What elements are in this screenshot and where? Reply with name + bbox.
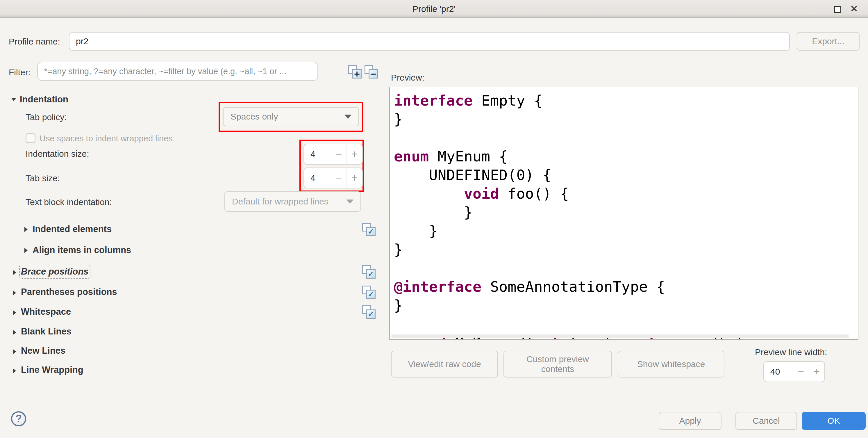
- tree-item-whitespace[interactable]: Whitespace: [21, 306, 71, 317]
- collapse-all-icon[interactable]: −: [365, 65, 378, 79]
- code-line: [394, 315, 858, 333]
- collapsed-arrow-icon[interactable]: [24, 227, 28, 232]
- plus-icon[interactable]: +: [346, 144, 362, 164]
- preview-line-width-label: Preview line width:: [755, 347, 827, 357]
- code-line: }: [394, 296, 858, 315]
- filter-input[interactable]: [37, 62, 318, 81]
- minus-icon[interactable]: −: [331, 168, 346, 188]
- tree-item-indented-elements[interactable]: Indented elements: [33, 224, 112, 234]
- profile-name-input[interactable]: [69, 32, 790, 51]
- profile-dialog: { "window": { "title": "Profile 'pr2'", …: [0, 0, 868, 438]
- collapsed-arrow-icon[interactable]: [13, 349, 16, 354]
- use-spaces-checkbox[interactable]: [26, 133, 35, 143]
- minus-icon[interactable]: −: [331, 144, 346, 164]
- tab-policy-label: Tab policy:: [26, 112, 67, 122]
- expanded-arrow-icon[interactable]: [11, 98, 16, 101]
- collapsed-arrow-icon[interactable]: [24, 248, 28, 253]
- text-block-indentation-label: Text block indentation:: [26, 197, 112, 207]
- chevron-down-icon: [344, 115, 351, 119]
- collapsed-arrow-icon[interactable]: [13, 310, 16, 315]
- text-block-indentation-dropdown[interactable]: Default for wrapped lines: [224, 192, 361, 212]
- modify-all-check-icon[interactable]: ✓: [362, 286, 376, 299]
- modify-all-check-icon[interactable]: ✓: [362, 223, 376, 236]
- tab-size-label: Tab size:: [26, 173, 60, 183]
- tab-policy-dropdown[interactable]: Spaces only: [223, 107, 359, 126]
- indentation-size-stepper[interactable]: 4 − +: [304, 144, 363, 165]
- plus-icon[interactable]: +: [346, 168, 362, 188]
- tree-item-indentation[interactable]: Indentation: [20, 94, 68, 105]
- plus-icon[interactable]: +: [809, 362, 825, 382]
- code-line: }: [394, 240, 858, 259]
- code-line: void foo() {: [394, 184, 858, 203]
- tree-item-new-lines[interactable]: New Lines: [21, 346, 65, 356]
- use-spaces-label: Use spaces to indent wrapped lines: [39, 134, 173, 143]
- code-line: }: [394, 110, 858, 128]
- preview-label: Preview:: [391, 73, 425, 83]
- code-line: enum MyEnum {: [394, 147, 858, 166]
- profile-name-label: Profile name:: [9, 37, 60, 47]
- indentation-size-label: Indentation size:: [26, 149, 89, 159]
- modify-all-check-icon[interactable]: ✓: [362, 305, 376, 319]
- collapsed-arrow-icon[interactable]: [13, 290, 16, 295]
- custom-preview-contents-button[interactable]: Custom preview contents: [503, 351, 612, 378]
- code-line: [394, 128, 858, 147]
- window-title: Profile 'pr2': [0, 4, 868, 14]
- code-line: }: [394, 203, 858, 222]
- tree-item-align-items[interactable]: Align items in columns: [33, 245, 131, 255]
- view-edit-raw-code-button[interactable]: View/edit raw code: [391, 351, 498, 378]
- minus-icon[interactable]: −: [793, 362, 809, 382]
- code-line: }: [394, 222, 858, 240]
- titlebar: Profile 'pr2' ✕: [0, 0, 868, 18]
- modify-all-check-icon[interactable]: ✓: [362, 265, 376, 279]
- expand-all-icon[interactable]: +: [348, 65, 362, 79]
- cancel-button[interactable]: Cancel: [736, 412, 797, 430]
- help-icon[interactable]: ?: [11, 411, 26, 426]
- tab-size-stepper[interactable]: 4 − +: [304, 168, 363, 188]
- collapsed-arrow-icon[interactable]: [13, 270, 16, 275]
- tree-item-blank-lines[interactable]: Blank Lines: [21, 326, 71, 337]
- code-line: [394, 259, 858, 278]
- preview-code-area[interactable]: interface Empty {} enum MyEnum { UNDEFIN…: [389, 87, 859, 340]
- collapsed-arrow-icon[interactable]: [13, 330, 16, 335]
- collapsed-arrow-icon[interactable]: [13, 368, 16, 374]
- ok-button[interactable]: OK: [802, 412, 866, 430]
- restore-icon[interactable]: [834, 6, 841, 13]
- code-line: interface Empty {: [394, 91, 858, 110]
- apply-button[interactable]: Apply: [659, 412, 721, 430]
- tree-item-brace-positions[interactable]: Brace positions: [21, 266, 89, 277]
- tree-item-line-wrapping[interactable]: Line Wrapping: [21, 365, 84, 375]
- show-whitespace-button[interactable]: Show whitespace: [618, 351, 724, 378]
- preview-code: interface Empty {} enum MyEnum { UNDEFIN…: [394, 91, 858, 340]
- chevron-down-icon: [346, 200, 353, 204]
- tree-item-parentheses-positions[interactable]: Parentheses positions: [21, 287, 117, 297]
- filter-label: Filter:: [9, 67, 31, 77]
- preview-line-width-stepper[interactable]: 40 − +: [763, 361, 825, 382]
- code-line: @interface SomeAnnotationType {: [394, 278, 858, 296]
- export-button[interactable]: Export...: [797, 32, 860, 51]
- close-icon[interactable]: ✕: [848, 3, 860, 14]
- code-line: UNDEFINED(0) {: [394, 166, 858, 184]
- horizontal-scrollbar[interactable]: [391, 334, 849, 338]
